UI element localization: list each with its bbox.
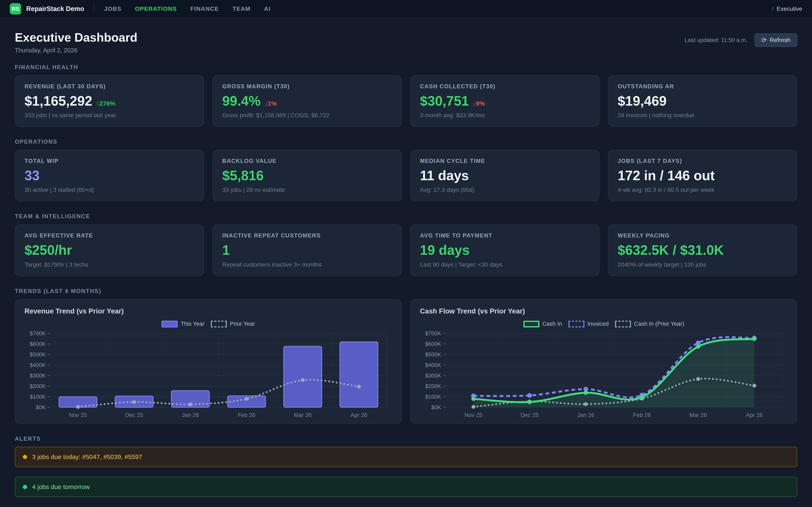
metric-value: $19,469 (618, 94, 666, 108)
nav-divider (94, 4, 94, 13)
alert-banner[interactable]: 4 jobs due tomorrow (15, 477, 797, 497)
metric-value-row: 19 days (420, 243, 590, 257)
metric-value: $5,816 (222, 169, 264, 183)
nav-item-finance[interactable]: FINANCE (190, 5, 219, 12)
cash-flow-trend-chart[interactable]: $0K$100K$200K$300K$400K$500K$600K$700KNo… (420, 330, 788, 420)
metric-grid: TOTAL WIP 33 30 active | 3 stalled (60+d… (15, 150, 797, 201)
metric-value-row: $632.5K / $31.0K (618, 243, 788, 257)
legend-item[interactable]: Cash In (Prior Year) (615, 321, 684, 327)
metric-card: WEEKLY PACING $632.5K / $31.0K 2040% of … (608, 224, 797, 276)
metric-grid: REVENUE (LAST 30 DAYS) $1,165,292 ↑276% … (15, 75, 797, 127)
svg-text:$200K: $200K (425, 383, 441, 389)
cashflow-chart-legend: Cash In Invoiced Cash In (Prior Year) (420, 320, 788, 328)
metric-label: TOTAL WIP (24, 158, 194, 164)
legend-swatch-icon (615, 321, 631, 327)
metric-subtext: Last 90 days | Target: <30 days (420, 261, 590, 268)
metric-value: 33 (24, 169, 40, 183)
legend-label: This Year (181, 321, 204, 327)
svg-text:Dec 25: Dec 25 (521, 412, 539, 418)
metric-value: $30,751 (420, 94, 469, 108)
metric-card: GROSS MARGIN (T30) 99.4% ↓1% Gross profi… (212, 75, 402, 127)
legend-item[interactable]: Cash In (523, 321, 562, 327)
metric-label: WEEKLY PACING (618, 232, 788, 239)
svg-text:$700K: $700K (425, 330, 441, 337)
metric-value-row: 172 in / 146 out (618, 169, 788, 183)
metric-label: AVG TIME TO PAYMENT (420, 232, 590, 239)
metric-grid: AVG EFFECTIVE RATE $250/hr Target: $179/… (15, 224, 797, 276)
legend-item[interactable]: Invoiced (568, 321, 609, 327)
metric-label: INACTIVE REPEAT CUSTOMERS (222, 232, 392, 239)
legend-swatch-icon (568, 321, 585, 327)
revenue-trend-panel: Revenue Trend (vs Prior Year) This Year … (15, 299, 402, 424)
nav-items: JOBSOPERATIONSFINANCETEAMAI (104, 5, 271, 12)
svg-text:$600K: $600K (425, 341, 441, 347)
metric-card: INACTIVE REPEAT CUSTOMERS 1 Repeat custo… (212, 224, 402, 276)
chart-title-revenue: Revenue Trend (vs Prior Year) (24, 307, 392, 315)
nav-item-operations[interactable]: OPERATIONS (135, 5, 177, 12)
metric-label: MEDIAN CYCLE TIME (420, 158, 590, 164)
metric-card: REVENUE (LAST 30 DAYS) $1,165,292 ↑276% … (15, 75, 204, 127)
metric-value-row: 99.4% ↓1% (222, 94, 392, 108)
page-header: Executive Dashboard Thursday, April 2, 2… (15, 31, 797, 54)
legend-swatch-icon (211, 321, 227, 327)
breadcrumb: / Executive (772, 5, 802, 12)
last-updated-text: Last updated: 11:50 a.m. (685, 37, 748, 44)
metric-subtext: 3-month avg: $33.9K/mo (420, 112, 590, 119)
metric-card: BACKLOG VALUE $5,816 33 jobs | 29 no est… (212, 150, 402, 201)
metric-subtext: 333 jobs | vs same period last year (24, 112, 194, 119)
legend-item[interactable]: This Year (161, 321, 204, 327)
metric-label: JOBS (LAST 7 DAYS) (618, 158, 788, 164)
section-label-trends: TRENDS (LAST 6 MONTHS) (15, 288, 797, 294)
metric-value-row: 11 days (420, 169, 590, 183)
metric-subtext: 24 invoices | nothing overdue (618, 112, 788, 119)
metric-card: JOBS (LAST 7 DAYS) 172 in / 146 out 4-wk… (608, 150, 797, 201)
svg-text:$500K: $500K (30, 351, 46, 358)
svg-text:$700K: $700K (30, 330, 46, 337)
legend-swatch-icon (161, 321, 177, 327)
nav-item-team[interactable]: TEAM (233, 5, 250, 12)
metric-value-row: 33 (24, 169, 194, 183)
svg-text:Mar 26: Mar 26 (689, 412, 707, 418)
charts-row: Revenue Trend (vs Prior Year) This Year … (15, 299, 797, 424)
svg-text:Dec 25: Dec 25 (125, 412, 143, 418)
breadcrumb-separator: / (772, 5, 774, 12)
svg-text:$300K: $300K (30, 373, 46, 379)
metric-value: 11 days (420, 169, 469, 183)
page-date: Thursday, April 2, 2026 (15, 47, 138, 54)
svg-text:$500K: $500K (425, 351, 441, 358)
alert-banner[interactable]: 3 jobs due today: #5047, #5039, #5597 (15, 447, 797, 467)
chart-title-cashflow: Cash Flow Trend (vs Prior Year) (420, 307, 788, 315)
metric-label: REVENUE (LAST 30 DAYS) (24, 83, 194, 90)
metric-card: AVG EFFECTIVE RATE $250/hr Target: $179/… (15, 224, 204, 276)
metric-card: AVG TIME TO PAYMENT 19 days Last 90 days… (410, 224, 600, 276)
metric-delta: ↑276% (96, 100, 115, 107)
metric-value: 99.4% (222, 94, 260, 108)
metric-subtext: Gross profit: $1,158,569 | COGS: $6,722 (222, 112, 392, 119)
svg-text:$100K: $100K (30, 394, 46, 400)
metric-value: $632.5K / $31.0K (618, 243, 724, 257)
svg-text:$0K: $0K (432, 404, 441, 410)
breadcrumb-current[interactable]: Executive (777, 5, 802, 12)
metric-card: TOTAL WIP 33 30 active | 3 stalled (60+d… (15, 150, 204, 201)
refresh-icon: ⟳ (761, 37, 767, 43)
revenue-trend-chart[interactable]: $0K$100K$200K$300K$400K$500K$600K$700KNo… (24, 330, 393, 420)
metric-label: CASH COLLECTED (T30) (420, 83, 590, 90)
nav-item-jobs[interactable]: JOBS (104, 5, 121, 12)
legend-item[interactable]: Prior Year (211, 321, 255, 327)
metric-delta: ↓9% (473, 100, 485, 107)
metric-value: $250/hr (24, 243, 72, 257)
refresh-label: Refresh (770, 37, 791, 44)
app-logo[interactable]: RS (10, 3, 21, 14)
metric-label: BACKLOG VALUE (222, 158, 392, 164)
nav-item-ai[interactable]: AI (264, 5, 271, 12)
svg-text:Feb 26: Feb 26 (238, 412, 255, 418)
refresh-button[interactable]: ⟳ Refresh (755, 34, 797, 47)
metric-card: CASH COLLECTED (T30) $30,751 ↓9% 3-month… (410, 75, 600, 127)
svg-text:$600K: $600K (30, 341, 46, 347)
svg-text:Jan 26: Jan 26 (182, 412, 199, 418)
alert-text: 3 jobs due today: #5047, #5039, #5597 (32, 453, 142, 460)
svg-text:Mar 26: Mar 26 (294, 412, 311, 418)
metric-delta: ↓1% (264, 100, 276, 107)
metric-subtext: Target: $179/hr | 3 techs (24, 261, 194, 268)
alert-text: 4 jobs due tomorrow (32, 483, 90, 491)
